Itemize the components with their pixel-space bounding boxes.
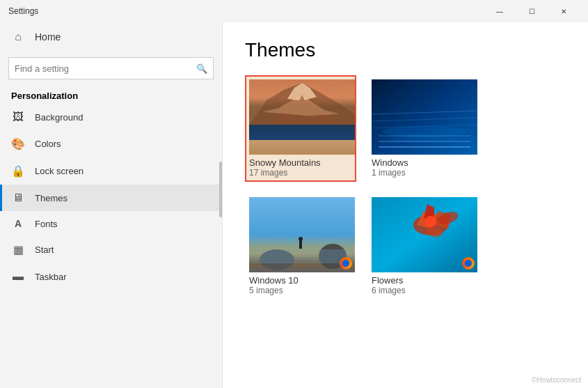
sidebar-item-home[interactable]: ⌂ Home	[0, 22, 222, 52]
svg-point-16	[299, 237, 303, 241]
sidebar-item-colors[interactable]: 🎨 Colors	[0, 130, 222, 157]
svg-rect-15	[299, 240, 302, 249]
titlebar: Settings — ☐ ✕	[0, 0, 588, 22]
app-title: Settings	[8, 6, 38, 16]
windows-image	[372, 79, 477, 155]
minimize-button[interactable]: —	[484, 0, 516, 22]
snowy-mountains-count: 17 images	[249, 168, 352, 178]
home-icon: ⌂	[11, 31, 25, 43]
lockscreen-label: Lock screen	[35, 166, 84, 176]
windows10-svg	[249, 197, 355, 272]
windows10-badge-icon	[340, 257, 352, 270]
fonts-label: Fonts	[35, 219, 58, 229]
themes-icon: 🖥	[11, 192, 25, 204]
sidebar-item-start[interactable]: ▦ Start	[0, 236, 222, 263]
flowers-badge-icon	[462, 257, 475, 270]
page-title: Themes	[245, 39, 566, 61]
theme-card-flowers[interactable]: Flowers 6 images	[367, 193, 479, 300]
svg-rect-18	[372, 197, 477, 272]
background-label: Background	[35, 112, 83, 123]
flowers-image	[372, 197, 477, 272]
windows10-image	[249, 197, 355, 272]
svg-rect-4	[249, 125, 355, 140]
maximize-button[interactable]: ☐	[516, 0, 548, 22]
home-label: Home	[35, 31, 61, 42]
start-label: Start	[35, 245, 54, 255]
colors-icon: 🎨	[11, 137, 25, 150]
close-button[interactable]: ✕	[548, 0, 580, 22]
fonts-icon: A	[11, 218, 25, 229]
app-body: ⌂ Home 🔍 Personalization 🖼 Background 🎨 …	[0, 22, 588, 388]
flowers-count: 6 images	[372, 286, 475, 295]
lockscreen-icon: 🔒	[11, 164, 25, 178]
colors-label: Colors	[35, 139, 61, 149]
window-controls: — ☐ ✕	[484, 0, 580, 22]
svg-point-11	[390, 134, 459, 143]
sidebar-item-fonts[interactable]: A Fonts	[0, 211, 222, 236]
svg-rect-5	[249, 140, 355, 155]
theme-card-windows[interactable]: Windows 1 images	[367, 75, 479, 182]
sidebar: ⌂ Home 🔍 Personalization 🖼 Background 🎨 …	[0, 22, 223, 388]
theme-card-windows10[interactable]: Windows 10 5 images	[245, 193, 356, 300]
windows-count: 1 images	[372, 168, 475, 178]
search-icon: 🔍	[196, 63, 207, 74]
themes-grid: Snowy Mountains 17 images	[245, 75, 566, 300]
sidebar-item-themes[interactable]: 🖥 Themes	[0, 185, 222, 211]
sidebar-scrollbar[interactable]	[219, 162, 222, 217]
background-icon: 🖼	[11, 111, 25, 123]
search-input[interactable]	[15, 63, 196, 74]
sidebar-item-lockscreen[interactable]: 🔒 Lock screen	[0, 157, 222, 185]
windows-svg	[372, 79, 477, 155]
windows10-count: 5 images	[249, 286, 352, 295]
flowers-name: Flowers	[372, 275, 475, 286]
svg-rect-17	[249, 249, 355, 263]
theme-image-flowers	[372, 197, 477, 272]
windows10-name: Windows 10	[249, 275, 352, 286]
theme-card-snowy-mountains[interactable]: Snowy Mountains 17 images	[245, 75, 356, 182]
taskbar-icon: ▬	[11, 270, 25, 283]
theme-image-windows10	[249, 197, 355, 272]
snowy-mountains-image	[249, 79, 355, 155]
snowy-mountains-name: Snowy Mountains	[249, 157, 352, 168]
svg-rect-6	[372, 79, 477, 155]
search-box: 🔍	[8, 57, 214, 79]
start-icon: ▦	[11, 243, 25, 256]
snowy-mountains-svg	[249, 79, 355, 155]
theme-image-windows	[372, 79, 477, 155]
themes-label: Themes	[35, 193, 67, 203]
theme-image-snowy-mountains	[249, 79, 355, 155]
main-content: Themes	[223, 22, 588, 388]
sidebar-item-background[interactable]: 🖼 Background	[0, 104, 222, 130]
personalization-label: Personalization	[0, 85, 222, 104]
taskbar-label: Taskbar	[35, 272, 67, 282]
watermark: ©Howtoconnect	[532, 376, 581, 384]
flowers-svg	[372, 197, 477, 272]
windows-name: Windows	[372, 157, 475, 168]
sidebar-item-taskbar[interactable]: ▬ Taskbar	[0, 263, 222, 290]
svg-point-23	[425, 216, 436, 227]
